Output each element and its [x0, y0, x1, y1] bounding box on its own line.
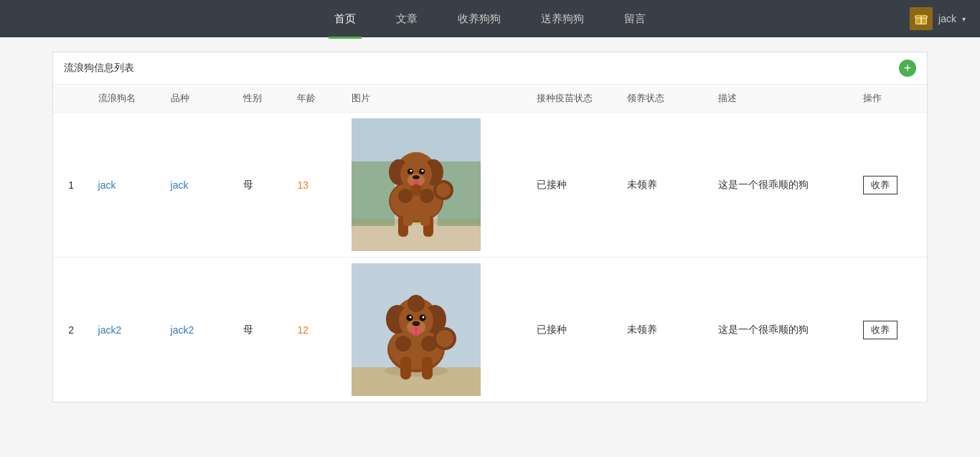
card-header: 流浪狗信息列表 + — [53, 52, 927, 85]
nav-user[interactable]: jack ▾ — [910, 7, 966, 30]
adopt-button-2[interactable]: 收养 — [863, 321, 897, 339]
dog-age-1: 13 — [297, 179, 308, 191]
nav-username: jack — [938, 13, 956, 24]
svg-point-26 — [398, 189, 413, 203]
nav-item-home[interactable]: 首页 — [329, 1, 362, 37]
row-1-name: jack — [90, 113, 162, 258]
row-2-gender: 母 — [235, 258, 289, 402]
row-1-gender: 母 — [235, 113, 289, 258]
svg-point-19 — [422, 170, 424, 172]
table-body: 1 jack jack 母 13 — [53, 113, 927, 402]
dog-age-2: 12 — [297, 324, 308, 336]
dog-breed-link-1[interactable]: jack — [171, 179, 189, 191]
row-1-vaccine: 已接种 — [528, 113, 618, 258]
svg-point-53 — [436, 330, 453, 347]
col-header-vaccine: 接种疫苗状态 — [528, 85, 618, 113]
svg-point-45 — [423, 316, 425, 319]
dog-svg-2 — [352, 263, 481, 396]
svg-point-28 — [410, 184, 422, 196]
nav-item-send[interactable]: 送养狗狗 — [535, 1, 590, 37]
table-row: 2 jack2 jack2 母 12 — [53, 258, 927, 402]
col-header-num — [53, 85, 90, 113]
row-2-breed: jack2 — [162, 258, 235, 402]
svg-point-15 — [413, 175, 420, 179]
row-2-age: 12 — [288, 258, 343, 402]
user-avatar-icon — [910, 7, 933, 30]
adopt-button-1[interactable]: 收养 — [863, 176, 897, 194]
dog-image-2 — [352, 263, 481, 396]
svg-point-27 — [420, 189, 434, 203]
gift-icon — [914, 11, 928, 26]
row-1-num: 1 — [53, 113, 90, 258]
col-header-gender: 性别 — [235, 85, 289, 113]
svg-rect-48 — [400, 357, 411, 380]
svg-point-30 — [436, 183, 451, 197]
svg-point-41 — [413, 321, 420, 326]
col-header-desc: 描述 — [710, 85, 854, 113]
nav-links: 首页 文章 收养狗狗 送养狗狗 留言 — [329, 1, 651, 37]
dog-image-1 — [352, 118, 481, 251]
dog-list-card: 流浪狗信息列表 + 流浪狗名 品种 性别 年龄 图片 接种疫苗状态 领养状态 描… — [52, 52, 928, 402]
dog-name-link-1[interactable]: jack — [98, 179, 116, 191]
col-header-action: 操作 — [854, 85, 927, 113]
dog-breed-link-2[interactable]: jack2 — [171, 324, 194, 336]
col-header-age: 年龄 — [288, 85, 343, 113]
row-2-desc: 这是一个很乖顺的狗 — [710, 258, 854, 402]
col-header-adopt-status: 领养状态 — [618, 85, 709, 113]
row-1-breed: jack — [162, 113, 235, 258]
row-1-action: 收养 — [854, 113, 927, 258]
col-header-breed: 品种 — [162, 85, 235, 113]
row-2-num: 2 — [53, 258, 90, 402]
col-header-img: 图片 — [343, 85, 528, 113]
svg-point-50 — [395, 336, 411, 352]
col-header-name: 流浪狗名 — [90, 85, 162, 113]
svg-rect-25 — [420, 208, 430, 226]
row-2-action: 收养 — [854, 258, 927, 402]
row-1-adopt-status: 未领养 — [618, 113, 709, 258]
card-title: 流浪狗信息列表 — [64, 62, 134, 75]
row-1-age: 13 — [288, 113, 343, 258]
row-2-name: jack2 — [90, 258, 162, 402]
svg-rect-6 — [352, 161, 395, 226]
navbar: 首页 文章 收养狗狗 送养狗狗 留言 jack ▾ — [0, 0, 980, 37]
row-2-img — [343, 258, 528, 402]
row-1-desc: 这是一个很乖顺的狗 — [710, 113, 854, 258]
table-header-row: 流浪狗名 品种 性别 年龄 图片 接种疫苗状态 领养状态 描述 操作 — [53, 85, 927, 113]
svg-point-18 — [410, 170, 413, 172]
dog-svg-1 — [352, 118, 481, 251]
dog-name-link-2[interactable]: jack2 — [98, 324, 122, 336]
row-2-adopt-status: 未领养 — [618, 258, 709, 402]
main-content: 流浪狗信息列表 + 流浪狗名 品种 性别 年龄 图片 接种疫苗状态 领养状态 描… — [24, 37, 956, 417]
svg-rect-49 — [422, 357, 433, 380]
row-2-vaccine: 已接种 — [528, 258, 618, 402]
row-1-img — [343, 113, 528, 258]
nav-item-adopt[interactable]: 收养狗狗 — [452, 1, 507, 37]
nav-item-article[interactable]: 文章 — [390, 1, 423, 37]
svg-rect-5 — [352, 225, 481, 251]
svg-point-54 — [407, 295, 425, 312]
svg-rect-24 — [403, 208, 413, 226]
nav-item-comment[interactable]: 留言 — [618, 1, 651, 37]
add-dog-button[interactable]: + — [899, 60, 916, 77]
nav-user-caret-icon: ▾ — [962, 15, 966, 23]
dog-table: 流浪狗名 品种 性别 年龄 图片 接种疫苗状态 领养状态 描述 操作 1 jac… — [53, 85, 927, 402]
table-head: 流浪狗名 品种 性别 年龄 图片 接种疫苗状态 领养状态 描述 操作 — [53, 85, 927, 113]
svg-point-44 — [410, 316, 412, 319]
table-row: 1 jack jack 母 13 — [53, 113, 927, 258]
